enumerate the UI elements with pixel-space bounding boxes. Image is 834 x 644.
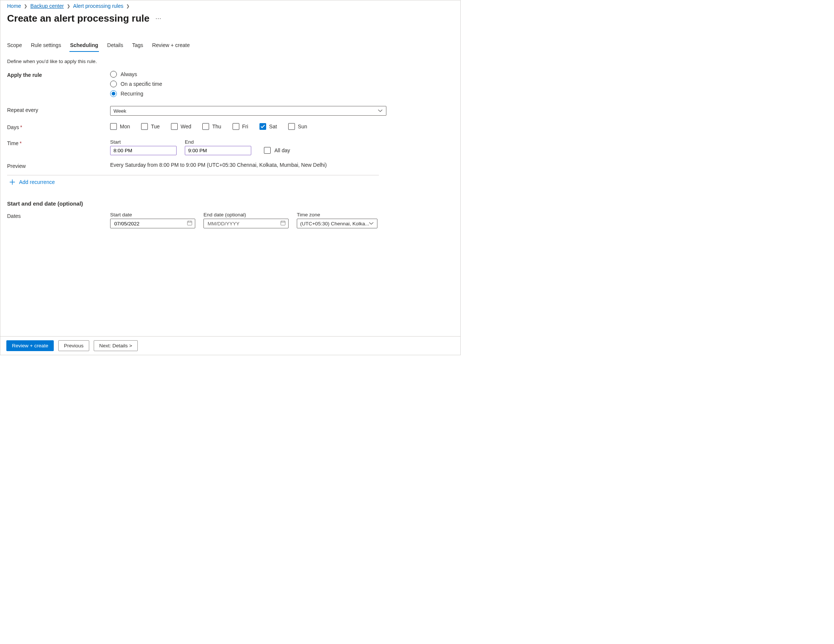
day-label: Thu (212, 124, 221, 129)
breadcrumb-link-backup-center[interactable]: Backup center (30, 3, 64, 9)
day-fri[interactable]: Fri (233, 123, 248, 130)
end-time-input[interactable] (185, 146, 251, 155)
time-zone-select[interactable]: (UTC+05:30) Chennai, Kolka... (297, 219, 377, 228)
radio-icon (110, 90, 117, 97)
checkbox-icon (202, 123, 209, 130)
day-sun[interactable]: Sun (288, 123, 307, 130)
start-label: Start (110, 139, 176, 145)
preview-text: Every Saturday from 8:00 PM to 9:00 PM (… (110, 162, 386, 168)
checkbox-checked-icon (259, 123, 266, 130)
apply-the-rule-label: Apply the rule (7, 71, 110, 78)
start-time-input[interactable] (110, 146, 176, 155)
apply-rule-radio-group: Always On a specific time Recurring (110, 71, 386, 97)
select-value: Week (113, 108, 126, 114)
divider (7, 175, 379, 175)
day-wed[interactable]: Wed (171, 123, 192, 130)
end-label: End (185, 139, 251, 145)
breadcrumb-link-home[interactable]: Home (7, 3, 21, 9)
calendar-icon (187, 221, 192, 227)
radio-icon (110, 71, 117, 77)
day-label: Fri (242, 124, 248, 129)
checkbox-icon (233, 123, 239, 130)
footer: Review + create Previous Next: Details > (0, 336, 460, 355)
checkbox-icon (110, 123, 117, 130)
days-label: Days* (7, 123, 110, 130)
breadcrumb: Home ❯ Backup center ❯ Alert processing … (7, 3, 454, 9)
end-date-label: End date (optional) (204, 212, 289, 218)
plus-icon (9, 179, 15, 185)
chevron-down-icon (378, 109, 383, 112)
more-options-icon[interactable]: ⋯ (155, 15, 162, 22)
tab-review-create[interactable]: Review + create (152, 40, 190, 52)
all-day-checkbox[interactable]: All day (264, 147, 290, 155)
chevron-right-icon: ❯ (24, 4, 27, 8)
tab-description: Define when you'd like to apply this rul… (7, 58, 454, 64)
section-start-end-date-title: Start and end date (optional) (7, 200, 454, 207)
all-day-label: All day (275, 147, 290, 153)
checkbox-icon (288, 123, 295, 130)
start-date-input[interactable] (110, 219, 195, 228)
repeat-every-label: Repeat every (7, 106, 110, 113)
end-date-field[interactable] (207, 221, 285, 227)
radio-recurring[interactable]: Recurring (110, 90, 386, 97)
tab-scheduling[interactable]: Scheduling (70, 40, 98, 52)
radio-label: Recurring (121, 91, 143, 97)
tab-rule-settings[interactable]: Rule settings (31, 40, 61, 52)
dates-label: Dates (7, 212, 110, 219)
day-mon[interactable]: Mon (110, 123, 130, 130)
day-label: Wed (181, 124, 192, 129)
tab-details[interactable]: Details (107, 40, 123, 52)
day-label: Tue (151, 124, 160, 129)
calendar-icon (280, 221, 286, 227)
start-date-field[interactable] (113, 221, 192, 227)
add-recurrence-button[interactable]: Add recurrence (9, 179, 55, 185)
previous-button[interactable]: Previous (58, 340, 89, 351)
add-recurrence-label: Add recurrence (19, 179, 55, 185)
radio-label: Always (121, 71, 137, 77)
breadcrumb-link-alert-processing-rules[interactable]: Alert processing rules (73, 3, 124, 9)
day-label: Sat (269, 124, 277, 129)
day-thu[interactable]: Thu (202, 123, 221, 130)
review-create-button[interactable]: Review + create (6, 340, 54, 351)
days-row: Mon Tue Wed Thu Fri Sat Sun (110, 123, 386, 130)
radio-icon (110, 81, 117, 87)
tabs: Scope Rule settings Scheduling Details T… (7, 40, 454, 52)
tab-tags[interactable]: Tags (132, 40, 143, 52)
start-date-label: Start date (110, 212, 195, 218)
svg-rect-1 (281, 221, 285, 225)
time-zone-label: Time zone (297, 212, 377, 218)
checkbox-icon (141, 123, 148, 130)
checkbox-icon (264, 147, 271, 154)
chevron-down-icon (369, 222, 374, 225)
repeat-every-select[interactable]: Week (110, 106, 386, 116)
page-title: Create an alert processing rule (7, 13, 149, 24)
end-date-input[interactable] (204, 219, 289, 228)
tab-scope[interactable]: Scope (7, 40, 22, 52)
day-label: Mon (120, 124, 130, 129)
preview-label: Preview (7, 162, 110, 169)
day-sat[interactable]: Sat (259, 123, 277, 130)
time-label: Time* (7, 139, 110, 146)
chevron-right-icon: ❯ (126, 4, 129, 8)
svg-rect-0 (187, 221, 192, 225)
day-label: Sun (298, 124, 307, 129)
time-zone-value: (UTC+05:30) Chennai, Kolka... (300, 221, 369, 226)
checkbox-icon (171, 123, 178, 130)
radio-always[interactable]: Always (110, 71, 386, 77)
chevron-right-icon: ❯ (67, 4, 70, 8)
radio-label: On a specific time (121, 81, 162, 87)
radio-specific-time[interactable]: On a specific time (110, 81, 386, 87)
next-details-button[interactable]: Next: Details > (94, 340, 138, 351)
day-tue[interactable]: Tue (141, 123, 160, 130)
